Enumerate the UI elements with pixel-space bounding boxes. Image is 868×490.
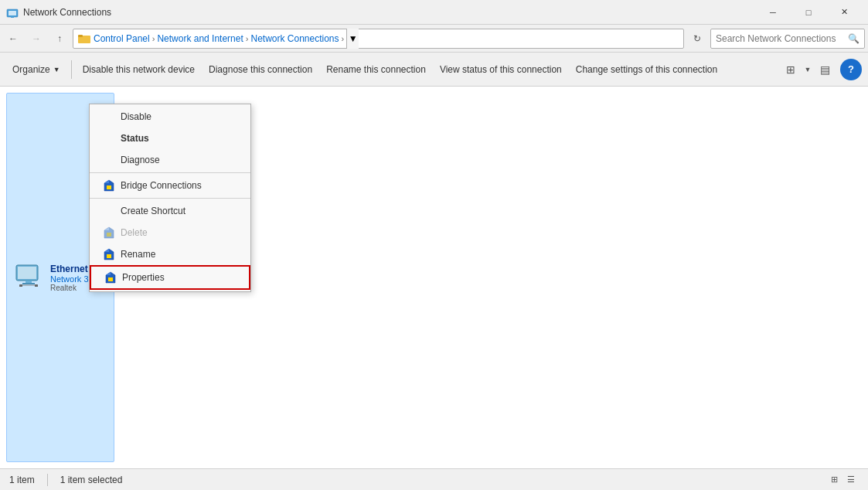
breadcrumb-control-panel[interactable]: Control Panel (94, 33, 150, 44)
breadcrumb-bar: Control Panel › Network and Internet › N… (73, 29, 684, 49)
toolbar: Organize ▼ Disable this network device D… (0, 53, 868, 87)
disable-network-button[interactable]: Disable this network device (77, 56, 201, 83)
ctx-diagnose-icon (102, 153, 116, 167)
breadcrumb-dropdown-button[interactable]: ▼ (346, 29, 359, 49)
svg-rect-1 (9, 11, 16, 15)
view-status-button[interactable]: View status of this connection (434, 56, 568, 83)
preview-pane-button[interactable]: ▤ (814, 59, 836, 80)
search-icon: 🔍 (848, 33, 859, 44)
ctx-delete-icon (102, 226, 116, 240)
status-large-icons-button[interactable]: ⊞ (826, 472, 842, 488)
breadcrumb-network-connections[interactable]: Network Connections (250, 33, 339, 44)
search-box: 🔍 (710, 29, 865, 49)
svg-rect-2 (11, 16, 14, 18)
title-bar-title: Network Connections (23, 7, 755, 18)
ctx-separator-1 (90, 172, 250, 173)
title-bar-controls: ─ □ ✕ (755, 0, 862, 25)
search-input[interactable] (716, 33, 848, 44)
ctx-rename[interactable]: Rename (90, 243, 250, 265)
ctx-rename-icon (102, 247, 116, 261)
address-bar: ← → ↑ Control Panel › Network and Intern… (0, 25, 868, 53)
status-view-buttons: ⊞ ☰ (826, 472, 859, 488)
ctx-status-icon (102, 131, 116, 145)
status-separator (47, 474, 48, 486)
change-view-button[interactable]: ⊞ (780, 59, 802, 80)
maximize-button[interactable]: □ (791, 0, 826, 25)
context-menu: Disable Status Diagnose Bridge Connectio… (89, 104, 251, 292)
network-connection-network: Network 3 (50, 274, 89, 284)
svg-rect-8 (26, 281, 32, 283)
title-bar-icon (6, 6, 19, 19)
help-button[interactable]: ? (840, 59, 862, 80)
refresh-button[interactable]: ↻ (687, 29, 707, 49)
svg-rect-13 (107, 185, 111, 189)
title-bar: Network Connections ─ □ ✕ (0, 0, 868, 25)
svg-rect-5 (78, 35, 83, 37)
ctx-disable-icon (102, 110, 116, 124)
toolbar-view-buttons: ⊞ ▼ ▤ (780, 56, 836, 83)
ctx-create-shortcut[interactable]: Create Shortcut (90, 200, 250, 222)
ethernet-icon (13, 264, 44, 291)
network-item-text: Ethernet Network 3 Realtek (50, 264, 89, 292)
rename-button[interactable]: Rename this connection (320, 56, 432, 83)
ctx-properties[interactable]: Properties (90, 265, 250, 290)
change-view-dropdown[interactable]: ▼ (802, 56, 813, 83)
status-bar: 1 item 1 item selected ⊞ ☰ (0, 468, 868, 490)
svg-rect-16 (108, 277, 113, 281)
ctx-disable[interactable]: Disable (90, 106, 250, 128)
svg-rect-11 (19, 284, 22, 287)
diagnose-button[interactable]: Diagnose this connection (203, 56, 318, 83)
svg-rect-9 (22, 283, 35, 284)
ctx-bridge-icon (102, 179, 116, 192)
ctx-delete[interactable]: Delete (90, 222, 250, 243)
ctx-properties-icon (104, 271, 117, 284)
breadcrumb-folder-icon (78, 32, 90, 45)
ctx-bridge-connections[interactable]: Bridge Connections (90, 175, 250, 196)
svg-rect-15 (107, 254, 111, 258)
svg-rect-14 (107, 233, 111, 236)
status-selected-count: 1 item selected (60, 475, 123, 485)
status-item-count: 1 item (9, 475, 35, 485)
back-button[interactable]: ← (3, 29, 23, 49)
network-connection-name: Ethernet (50, 264, 89, 274)
close-button[interactable]: ✕ (826, 0, 862, 25)
change-settings-button[interactable]: Change settings of this connection (570, 56, 723, 83)
ctx-separator-2 (90, 198, 250, 199)
ctx-shortcut-icon (102, 204, 116, 218)
organize-button[interactable]: Organize ▼ (6, 56, 66, 83)
svg-rect-7 (18, 267, 36, 279)
ctx-diagnose[interactable]: Diagnose (90, 149, 250, 171)
toolbar-separator-1 (71, 60, 72, 79)
network-connection-adapter: Realtek (50, 284, 89, 292)
svg-rect-12 (35, 284, 38, 287)
up-button[interactable]: ↑ (49, 29, 70, 49)
breadcrumb-network-internet[interactable]: Network and Internet (157, 33, 243, 44)
ctx-status[interactable]: Status (90, 128, 250, 149)
status-details-button[interactable]: ☰ (843, 472, 859, 488)
main-content: Ethernet Network 3 Realtek Disable Statu… (0, 87, 868, 468)
organize-dropdown-icon: ▼ (53, 66, 60, 73)
forward-button[interactable]: → (26, 29, 46, 49)
minimize-button[interactable]: ─ (755, 0, 791, 25)
